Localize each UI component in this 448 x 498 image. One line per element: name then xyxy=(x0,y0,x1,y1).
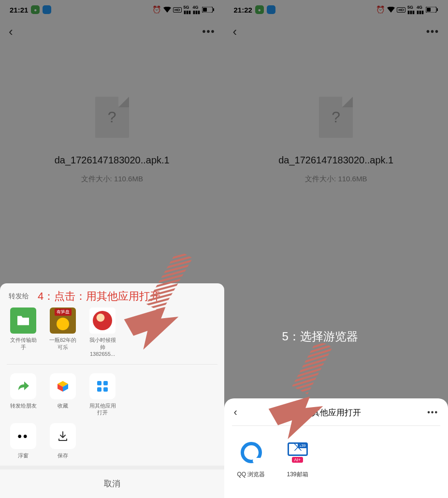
alarm-icon: ⏰ xyxy=(152,5,161,14)
action-row-1: 转发给朋友 收藏 用其他应用打开 xyxy=(0,366,224,423)
svg-rect-10 xyxy=(427,8,431,12)
blue-pill-icon xyxy=(43,5,51,14)
unknown-mark: ? xyxy=(332,108,340,126)
clock: 21:22 xyxy=(234,6,252,14)
svg-rect-11 xyxy=(437,8,438,11)
svg-rect-4 xyxy=(103,381,108,385)
app-row: QQ 浏览器 139 AI+ 139邮箱 xyxy=(224,426,448,483)
alarm-icon: ⏰ xyxy=(376,5,385,14)
avatar-icon: 有笋盘 xyxy=(50,308,76,334)
svg-rect-0 xyxy=(202,7,213,13)
cancel-button[interactable]: 取消 xyxy=(0,466,224,498)
avatar-icon xyxy=(89,308,116,334)
file-name: da_1726147183020..apk.1 xyxy=(55,155,170,166)
cube-icon xyxy=(50,373,76,399)
file-preview: ? da_1726147183020..apk.1 文件大小: 110.6MB xyxy=(224,44,448,184)
grid-icon xyxy=(89,373,116,399)
nav-bar: ‹ ••• xyxy=(224,19,448,44)
blue-pill-icon xyxy=(267,5,275,14)
sheet-back-button[interactable]: ‹ xyxy=(234,406,237,419)
signal-5g: 5G▮▮▮ xyxy=(407,5,415,15)
svg-rect-13 xyxy=(292,343,332,395)
signal-4g: 4G▮▮▮ xyxy=(193,5,200,15)
action-save[interactable]: 保存 xyxy=(48,423,77,459)
svg-rect-3 xyxy=(97,381,101,385)
signal-5g: 5G▮▮▮ xyxy=(184,5,191,15)
qq-browser-icon xyxy=(237,439,265,467)
action-forward-friend[interactable]: 转发给朋友 xyxy=(9,373,38,416)
share-arrow-icon xyxy=(10,373,36,399)
sheet-title: 用其他应用打开 xyxy=(237,407,427,418)
wifi-icon xyxy=(163,6,171,14)
nav-bar: ‹ ••• xyxy=(0,19,224,44)
file-name: da_1726147183020..apk.1 xyxy=(278,155,393,166)
svg-rect-1 xyxy=(203,8,207,12)
contact-handsome[interactable]: 我小时候很帅1382655... xyxy=(88,308,117,357)
action-row-2: •• 浮窗 保存 xyxy=(0,423,224,466)
file-preview: ? da_1726147183020..apk.1 文件大小: 110.6MB xyxy=(0,44,224,184)
contact-cola[interactable]: 有笋盘 一瓶82年的可乐 xyxy=(48,308,77,357)
green-pill-icon: ● xyxy=(255,5,264,14)
action-open-with-other[interactable]: 用其他应用打开 xyxy=(88,373,117,416)
file-icon: ? xyxy=(319,97,353,138)
status-icons: ⏰ HD 5G▮▮▮ 4G▮▮▮ xyxy=(376,5,438,15)
action-favorite[interactable]: 收藏 xyxy=(48,373,77,416)
screen-step5: 21:22 ● ⏰ HD 5G▮▮▮ 4G▮▮▮ ‹ ••• ? da_1726… xyxy=(224,0,448,498)
svg-rect-6 xyxy=(103,387,108,392)
svg-rect-2 xyxy=(213,8,214,11)
battery-icon xyxy=(426,6,438,14)
contact-row: 文件传输助手 有笋盘 一瓶82年的可乐 我小时候很帅1382655... xyxy=(0,301,224,362)
annotation-step4: 4：点击：用其他应用打开 xyxy=(38,289,160,304)
status-bar: 21:22 ● ⏰ HD 5G▮▮▮ 4G▮▮▮ xyxy=(224,0,448,19)
green-pill-icon: ● xyxy=(31,5,40,14)
sheet-more-button[interactable]: ••• xyxy=(427,408,438,417)
file-size: 文件大小: 110.6MB xyxy=(81,175,143,184)
clock: 21:21 xyxy=(10,6,28,14)
unknown-mark: ? xyxy=(108,108,116,126)
svg-rect-5 xyxy=(97,387,101,392)
download-icon xyxy=(50,423,76,449)
screen-step4: 21:21 ● ⏰ HD 5G▮▮▮ 4G▮▮▮ ‹ ••• ? da_1726… xyxy=(0,0,224,498)
app-139-mail[interactable]: 139 AI+ 139邮箱 xyxy=(281,439,314,479)
hd-badge: HD xyxy=(173,7,182,13)
signal-4g: 4G▮▮▮ xyxy=(417,5,424,15)
divider xyxy=(7,364,217,365)
annotation-step5: 5：选择游览器 xyxy=(282,329,358,344)
status-bar: 21:21 ● ⏰ HD 5G▮▮▮ 4G▮▮▮ xyxy=(0,0,224,19)
back-button[interactable]: ‹ xyxy=(233,24,237,39)
action-float-window[interactable]: •• 浮窗 xyxy=(9,423,38,459)
dots-icon: •• xyxy=(10,423,36,449)
svg-rect-9 xyxy=(426,7,436,13)
status-icons: ⏰ HD 5G▮▮▮ 4G▮▮▮ xyxy=(152,5,215,15)
share-sheet: 4：点击：用其他应用打开 转发给 文件传输助手 有笋盘 一瓶82年的可乐 xyxy=(0,283,224,498)
back-button[interactable]: ‹ xyxy=(9,24,13,39)
file-icon: ? xyxy=(95,97,129,138)
more-button[interactable]: ••• xyxy=(202,26,215,37)
battery-icon xyxy=(202,6,215,14)
wifi-icon xyxy=(387,6,395,14)
folder-icon xyxy=(10,308,36,334)
app-qq-browser[interactable]: QQ 浏览器 xyxy=(235,439,268,479)
mail-139-icon: 139 AI+ xyxy=(284,439,312,467)
open-with-sheet: ‹ 用其他应用打开 ••• QQ 浏览器 139 AI+ 139邮箱 xyxy=(224,398,448,498)
file-size: 文件大小: 110.6MB xyxy=(305,175,367,184)
contact-file-transfer[interactable]: 文件传输助手 xyxy=(9,308,38,357)
hd-badge: HD xyxy=(397,7,405,13)
more-button[interactable]: ••• xyxy=(426,26,439,37)
forward-to-label: 转发给 xyxy=(9,292,29,301)
